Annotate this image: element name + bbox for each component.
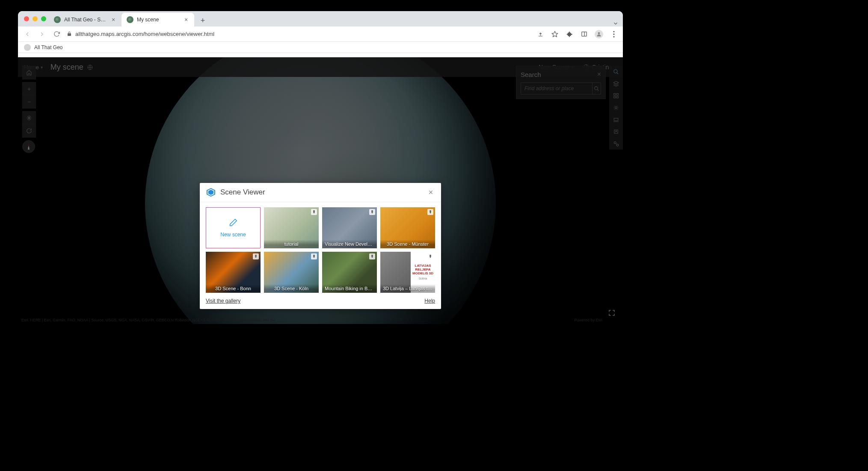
new-tab-button[interactable]: + [197, 15, 209, 26]
url-text: allthatgeo.maps.arcgis.com/home/webscene… [75, 31, 214, 37]
new-scene-card[interactable]: New scene [206, 207, 261, 248]
tab-title: My scene [137, 17, 180, 23]
card-label: 3D Scene - Münster [380, 240, 435, 248]
scene-card-bavaria[interactable]: Mountain Biking in Bavaria [322, 252, 377, 293]
browser-window: All That Geo - Settings × My scene × + a… [18, 11, 623, 324]
scene-card-munster[interactable]: 3D Scene - Münster [380, 207, 435, 248]
svg-point-3 [598, 32, 600, 34]
forward-button[interactable] [38, 30, 46, 38]
kebab-menu-icon[interactable] [610, 30, 618, 38]
star-icon[interactable] [551, 30, 559, 38]
close-icon[interactable]: × [110, 17, 116, 23]
reload-button[interactable] [52, 30, 61, 38]
tab-my-scene[interactable]: My scene × [121, 13, 194, 26]
svg-point-6 [613, 36, 614, 37]
share-icon[interactable] [536, 30, 544, 38]
card-label: 3D Scene - Köln [264, 284, 319, 293]
pin-icon [311, 209, 317, 215]
sidebar-toggle-icon[interactable] [580, 30, 588, 38]
card-label: tutorial [264, 240, 319, 248]
close-icon[interactable]: × [183, 17, 189, 23]
close-icon[interactable]: × [427, 188, 435, 197]
tab-strip: All That Geo - Settings × My scene × + [18, 11, 623, 26]
url-field[interactable]: allthatgeo.maps.arcgis.com/home/webscene… [67, 31, 530, 37]
card-label: 3D Latvija – Latvijas teritorij… [380, 284, 435, 293]
pin-icon [427, 253, 433, 259]
address-bar: allthatgeo.maps.arcgis.com/home/webscene… [18, 26, 623, 42]
svg-point-4 [613, 31, 614, 32]
extensions-icon[interactable] [566, 30, 573, 38]
bookmarks-bar: All That Geo [18, 42, 623, 53]
latvia-line3: MODELIS 3D [412, 272, 433, 276]
toolbar-icons [536, 30, 618, 38]
close-window-button[interactable] [24, 16, 29, 21]
tab-settings[interactable]: All That Geo - Settings × [49, 13, 121, 26]
scene-viewer-dialog: Scene Viewer × New scene tutorial Visual… [200, 183, 441, 309]
tab-overflow-button[interactable] [613, 21, 619, 26]
visit-gallery-link[interactable]: Visit the gallery [206, 298, 240, 304]
pin-icon [311, 253, 317, 259]
card-label: 3D Scene - Bonn [206, 284, 261, 293]
pin-icon [369, 253, 375, 259]
scene-card-koln[interactable]: 3D Scene - Köln [264, 252, 319, 293]
svg-point-5 [613, 33, 614, 35]
pin-icon [369, 209, 375, 215]
scene-card-bonn[interactable]: 3D Scene - Bonn [206, 252, 261, 293]
bookmark-favicon [24, 44, 31, 51]
bookmark-item[interactable]: All That Geo [34, 44, 62, 50]
pencil-icon [228, 218, 238, 227]
maximize-window-button[interactable] [41, 16, 46, 21]
minimize-window-button[interactable] [33, 16, 38, 21]
scene-viewer-logo-icon [206, 187, 216, 197]
window-controls [24, 16, 46, 21]
lock-icon [67, 31, 73, 37]
latvia-sub: Scēna [419, 277, 427, 280]
profile-avatar[interactable] [595, 30, 603, 38]
scene-card-visualize[interactable]: Visualize New Developments [322, 207, 377, 248]
new-scene-label: New scene [220, 232, 246, 238]
scene-gallery-grid: New scene tutorial Visualize New Develop… [200, 202, 441, 295]
scene-card-tutorial[interactable]: tutorial [264, 207, 319, 248]
pin-icon [253, 253, 259, 259]
tab-title: All That Geo - Settings [64, 17, 107, 23]
scene-card-latvia[interactable]: LATVIJAS RELJEFA MODELIS 3D Scēna 3D Lat… [380, 252, 435, 293]
card-label: Visualize New Developments [322, 240, 377, 248]
card-label: Mountain Biking in Bavaria [322, 284, 377, 293]
back-button[interactable] [23, 30, 32, 38]
globe-icon [127, 16, 133, 23]
help-link[interactable]: Help [424, 298, 435, 304]
scene-viewer-app: Home ▾ My scene New Scene ▾ Cristina ▾ [18, 57, 623, 324]
dialog-title: Scene Viewer [220, 188, 265, 197]
svg-marker-0 [552, 31, 557, 37]
pin-icon [427, 209, 433, 215]
globe-icon [54, 16, 61, 23]
